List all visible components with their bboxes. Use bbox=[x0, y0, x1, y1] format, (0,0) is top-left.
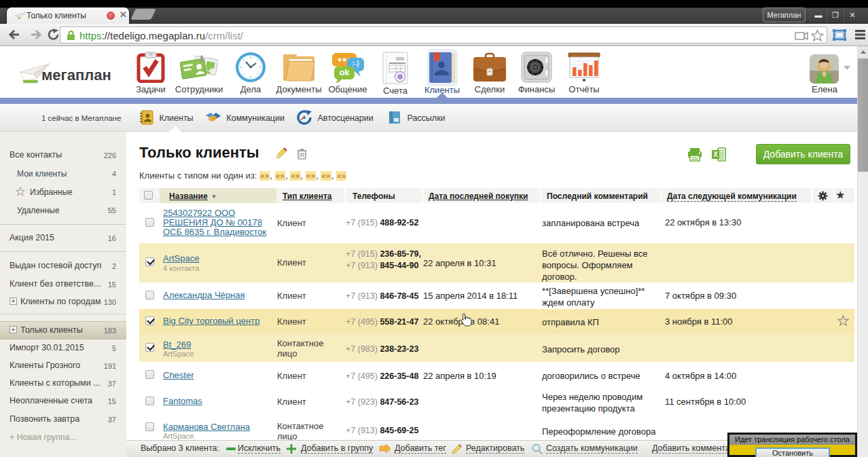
svg-text:X: X bbox=[713, 151, 718, 158]
svg-text::-): :-) bbox=[352, 59, 359, 67]
svg-text:ok: ok bbox=[339, 67, 350, 77]
